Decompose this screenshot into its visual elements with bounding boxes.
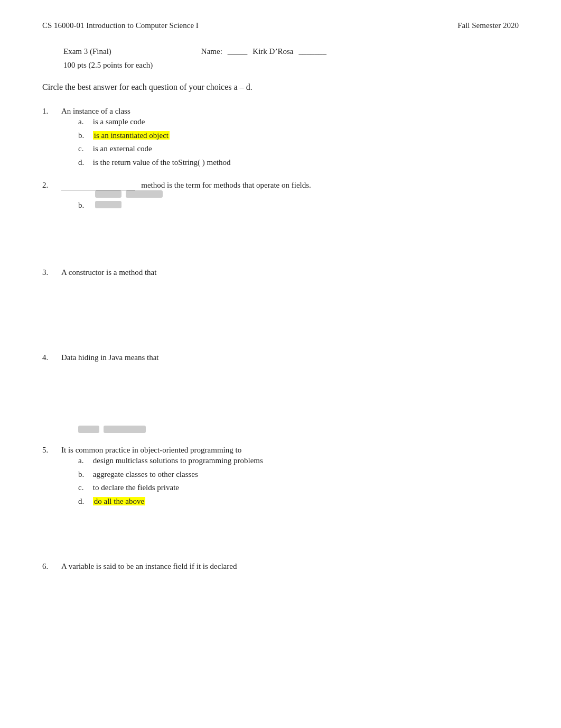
q1-number: 1. [42, 107, 57, 116]
q5-option-a: a. design multiclass solutions to progra… [78, 455, 519, 467]
q5-q6-spacer [42, 520, 519, 562]
q2-redacted-a2 [126, 190, 163, 198]
question-5: 5. It is common practice in object-orien… [42, 446, 519, 507]
q1-option-b: b. is an instantiated object [78, 130, 519, 142]
q2-stem: method is the term for methods that oper… [61, 181, 311, 190]
q1-option-a: a. is a sample code [78, 116, 519, 128]
q1-option-c: c. is an external code [78, 143, 519, 155]
q3-spacer [42, 277, 519, 340]
header: CS 16000-01 Introduction to Computer Sci… [42, 21, 519, 30]
q2-redacted-a1 [95, 190, 121, 198]
q4-bottom-redacted [78, 426, 519, 433]
q5-option-c: c. to declare the fields private [78, 482, 519, 494]
q4-stem: Data hiding in Java means that [61, 353, 159, 362]
q1-option-d: d. is the return value of the toString( … [78, 156, 519, 169]
points-info: 100 pts (2.5 points for each) [63, 61, 153, 69]
page: CS 16000-01 Introduction to Computer Sci… [0, 0, 561, 728]
q4-number: 4. [42, 353, 57, 362]
q2-option-a-label [78, 190, 91, 198]
q2-number: 2. [42, 181, 57, 190]
semester: Fall Semester 2020 [457, 21, 519, 30]
q2-spacer [42, 213, 519, 255]
q4-spacer [42, 362, 519, 426]
q5-option-d-text: do all the above [93, 497, 145, 505]
exam-title: Exam 3 (Final) [63, 45, 111, 59]
q1-options: a. is a sample code b. is an instantiate… [78, 116, 519, 168]
name-blank-suffix: _______ [298, 45, 326, 59]
q1-option-b-text: is an instantiated object [93, 131, 170, 140]
q5-options: a. design multiclass solutions to progra… [78, 455, 519, 507]
name-blank-prefix: _____ [228, 45, 248, 59]
q5-option-d: d. do all the above [78, 495, 519, 508]
q2-option-b-label: b. [78, 201, 91, 210]
question-6: 6. A variable is said to be an instance … [42, 562, 519, 571]
question-3: 3. A constructor is a method that [42, 268, 519, 340]
q5-stem: It is common practice in object-oriented… [61, 446, 241, 455]
course-title: CS 16000-01 Introduction to Computer Sci… [42, 21, 199, 30]
student-name: Kirk D’Rosa [253, 45, 293, 59]
instructions: Circle the best answer for each question… [42, 82, 519, 92]
question-2: 2. method is the term for methods that o… [42, 181, 519, 255]
q2-options-redacted [78, 190, 519, 198]
q3-stem: A constructor is a method that [61, 268, 156, 277]
name-label: Name: [201, 45, 222, 59]
question-1: 1. An instance of a class a. is a sample… [42, 107, 519, 168]
q6-stem: A variable is said to be an instance fie… [61, 562, 237, 571]
q3-number: 3. [42, 268, 57, 277]
q2-redacted-b [95, 201, 121, 208]
q6-number: 6. [42, 562, 57, 571]
question-4: 4. Data hiding in Java means that [42, 353, 519, 433]
q5-number: 5. [42, 446, 57, 455]
q1-stem: An instance of a class [61, 107, 130, 116]
exam-info: Exam 3 (Final) Name: _____Kirk D’Rosa___… [63, 45, 519, 72]
q2-option-b-redacted: b. [78, 201, 519, 210]
q5-option-b: b. aggregate classes to other classes [78, 468, 519, 481]
